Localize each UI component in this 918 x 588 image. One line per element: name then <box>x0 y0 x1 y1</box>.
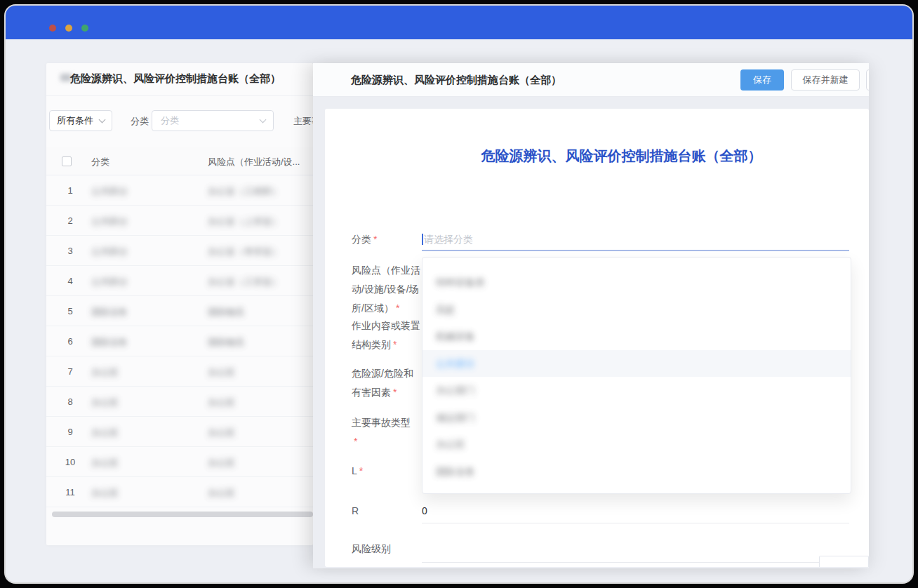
r-value: 0 <box>422 503 427 519</box>
ledger-list-panel: 危险源辨识、风险评价控制措施台账（全部） 所有条件 分类 分类 主要事 分类 风… <box>46 63 313 545</box>
row-risk-point: 国际物流 <box>208 336 312 349</box>
dropdown-option-label: 办公部门 <box>436 385 475 396</box>
required-mark: * <box>354 432 422 451</box>
required-mark: * <box>373 234 377 245</box>
form-card: 危险源辨识、风险评价控制措施台账（全部） 分类* 风险点（作业活动/设施/设备/… <box>325 109 869 567</box>
r-field-underline[interactable] <box>422 523 849 523</box>
field-label-r: R <box>352 503 422 519</box>
clipped-popup <box>819 556 869 567</box>
row-index: 3 <box>63 246 77 256</box>
all-conditions-label: 所有条件 <box>57 115 93 126</box>
row-index: 1 <box>63 185 77 196</box>
category-dropdown-panel: 特种设备类高处机械设备公共部分办公部门储运部门办公区国际业务 <box>422 257 851 494</box>
dropdown-option[interactable]: 机械设备 <box>423 323 851 350</box>
category-input-placeholder: 请选择分类 <box>424 234 473 245</box>
page-title: 危险源辨识、风险评价控制措施台账（全部） <box>70 72 281 86</box>
row-category: 办公区 <box>91 487 119 500</box>
required-mark: * <box>359 465 363 476</box>
row-risk-point: 办公区 <box>208 366 312 379</box>
row-category: 公共部分 <box>91 215 128 228</box>
clipped-button[interactable] <box>866 69 869 91</box>
row-category: 办公区 <box>91 457 119 469</box>
table-row[interactable]: 3公共部分办公室（专管室） <box>46 236 313 266</box>
save-button[interactable]: 保存 <box>740 69 784 91</box>
text-caret <box>422 234 423 245</box>
dropdown-option-label: 机械设备 <box>436 330 475 342</box>
window-close-icon[interactable] <box>49 25 56 32</box>
app-window: 危险源辨识、风险评价控制措施台账（全部） 所有条件 分类 分类 主要事 分类 风… <box>6 6 912 582</box>
table-row[interactable]: 2公共部分办公室（上管室） <box>46 206 313 236</box>
row-category: 国际业务 <box>91 306 128 319</box>
row-risk-point: 办公室（工程部） <box>208 185 312 198</box>
row-index: 5 <box>63 306 77 316</box>
row-risk-point: 办公室（工管室） <box>208 276 312 288</box>
drawer-title: 危险源辨识、风险评价控制措施台账（全部） <box>351 74 561 87</box>
category-select-input[interactable]: 请选择分类 <box>422 229 849 251</box>
chevron-down-icon <box>260 116 267 123</box>
save-and-new-button[interactable]: 保存并新建 <box>791 69 860 91</box>
chevron-down-icon <box>99 116 106 123</box>
row-risk-point: 办公室（专管室） <box>208 246 312 258</box>
field-label-accident-type: 主要事故类型* <box>352 413 422 451</box>
table-row[interactable]: 9办公区办公区 <box>46 417 313 447</box>
horizontal-scrollbar[interactable] <box>52 512 313 517</box>
field-label-risk-level: 风险级别 <box>352 541 422 556</box>
row-category: 公共部分 <box>91 246 128 258</box>
table-row[interactable]: 10办公区办公区 <box>46 447 313 477</box>
row-index: 2 <box>63 215 77 226</box>
dropdown-option[interactable]: 特种设备类 <box>423 269 851 296</box>
row-risk-point: 办公区 <box>208 457 312 469</box>
table-row[interactable]: 8办公区办公区 <box>46 387 313 417</box>
table-row[interactable]: 5国际业务国际物流 <box>46 296 313 326</box>
table-header: 分类 风险点（作业活动/设... <box>46 147 313 175</box>
risk-level-field-underline[interactable] <box>422 562 849 563</box>
row-risk-point: 办公区 <box>208 487 312 500</box>
row-index: 6 <box>63 336 77 347</box>
edit-drawer: 危险源辨识、风险评价控制措施台账（全部） 保存 保存并新建 危险源辨识、风险评价… <box>313 63 869 568</box>
dropdown-option[interactable]: 办公部门 <box>423 377 851 404</box>
field-label-work-content: 作业内容或装置结构类别* <box>352 316 422 354</box>
category-filter-placeholder: 分类 <box>161 115 179 126</box>
form-title: 危险源辨识、风险评价控制措施台账（全部） <box>325 147 869 166</box>
window-minimize-icon[interactable] <box>65 25 72 32</box>
row-risk-point: 国际物流 <box>208 306 312 319</box>
table-row[interactable]: 4公共部分办公室（工管室） <box>46 266 313 296</box>
dropdown-option[interactable]: 高处 <box>423 296 851 323</box>
row-category: 公共部分 <box>91 276 128 288</box>
dropdown-option-label: 公共部分 <box>436 358 475 369</box>
select-all-checkbox[interactable] <box>62 156 72 166</box>
dropdown-option[interactable]: 公共部分 <box>423 350 851 377</box>
table-row[interactable]: 1公共部分办公室（工程部） <box>46 175 313 206</box>
dropdown-option-label: 办公区 <box>436 439 465 450</box>
table-row[interactable]: 11办公区办公区 <box>46 477 313 507</box>
dropdown-option-label: 储运部门 <box>436 412 475 423</box>
category-filter-select[interactable]: 分类 <box>152 110 274 131</box>
column-header-category: 分类 <box>91 156 109 168</box>
all-conditions-dropdown[interactable]: 所有条件 <box>49 110 112 131</box>
row-index: 10 <box>63 457 77 467</box>
row-risk-point: 办公室（上管室） <box>208 215 312 228</box>
row-index: 7 <box>63 366 77 377</box>
dropdown-option[interactable]: 储运部门 <box>423 404 851 432</box>
window-maximize-icon[interactable] <box>81 25 88 32</box>
window-titlebar <box>6 6 912 39</box>
dropdown-option[interactable]: 国际业务 <box>423 458 851 486</box>
row-category: 国际业务 <box>91 336 128 349</box>
table-row[interactable]: 7办公区办公区 <box>46 356 313 387</box>
field-label-hazard: 危险源/危险和有害因素* <box>352 364 422 402</box>
row-category: 办公区 <box>91 366 119 379</box>
field-label-risk-point: 风险点（作业活动/设施/设备/场所/区域）* <box>352 261 422 318</box>
row-index: 11 <box>63 487 77 497</box>
row-risk-point: 办公区 <box>208 427 312 439</box>
row-category: 办公区 <box>91 396 119 409</box>
row-index: 8 <box>63 396 77 407</box>
required-mark: * <box>393 339 397 350</box>
field-label-l: L* <box>352 463 422 479</box>
dropdown-option-label: 高处 <box>436 304 455 315</box>
dropdown-option[interactable]: 办公区 <box>423 431 851 458</box>
table-row[interactable]: 6国际业务国际物流 <box>46 326 313 356</box>
table-body: 1公共部分办公室（工程部）2公共部分办公室（上管室）3公共部分办公室（专管室）4… <box>46 175 313 507</box>
row-category: 办公区 <box>91 427 119 439</box>
accident-type-filter-label: 主要事 <box>293 115 313 128</box>
dropdown-option-label: 国际业务 <box>436 466 475 477</box>
